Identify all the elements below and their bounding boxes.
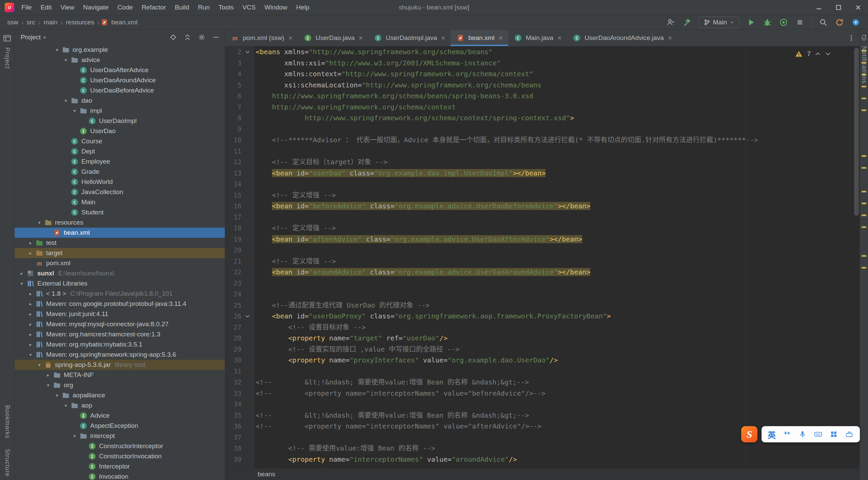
chevron-collapsed-icon[interactable]: ▸ — [26, 332, 35, 337]
code-line-17[interactable]: 17 — [225, 212, 860, 223]
ime-toolbox-icon[interactable] — [845, 430, 854, 439]
menu-help[interactable]: Help — [292, 0, 314, 15]
fold-marker-icon[interactable] — [241, 46, 254, 58]
intellij-logo-icon[interactable]: IJ — [5, 3, 14, 12]
warning-stripe-mark[interactable] — [862, 62, 866, 64]
line-number[interactable]: 13 — [225, 168, 241, 179]
sogou-logo-icon[interactable]: S — [741, 426, 757, 442]
line-number[interactable]: 39 — [225, 454, 241, 465]
line-number[interactable]: 27 — [225, 322, 241, 333]
tree-item-dao[interactable]: ▾dao — [15, 96, 225, 106]
next-problem-icon[interactable] — [825, 51, 831, 57]
tree-item-intercept[interactable]: ▾intercept — [15, 431, 225, 441]
tree-item-course[interactable]: CCourse — [15, 136, 225, 146]
inspection-widget[interactable]: 7 — [795, 50, 831, 58]
warning-stripe-mark[interactable] — [862, 203, 866, 204]
line-number[interactable]: 23 — [225, 278, 241, 289]
line-number[interactable]: 10 — [225, 134, 241, 146]
warning-stripe-mark[interactable] — [862, 74, 866, 76]
tab-close-icon[interactable]: × — [498, 34, 502, 42]
line-number[interactable]: 14 — [225, 179, 241, 190]
tab-close-icon[interactable]: × — [359, 34, 363, 42]
code-line-12[interactable]: 12 <!-- 定义目标（target）对象 --> — [225, 156, 860, 168]
tree-item-interceptor[interactable]: IInterceptor — [15, 461, 225, 472]
fold-marker-icon[interactable] — [241, 311, 254, 322]
code-line-32[interactable]: 32<!-- &lt;!&ndash; 需要使用value:增强 Bean 的名… — [225, 377, 860, 388]
chevron-expanded-icon[interactable]: ▾ — [26, 352, 35, 357]
code-line-22[interactable]: 22 <bean id="aroundAdvice" class="org.ex… — [225, 267, 860, 278]
previous-problem-icon[interactable] — [815, 51, 821, 57]
scrollbar-thumb[interactable] — [854, 48, 859, 216]
coverage-icon[interactable] — [779, 18, 788, 27]
line-number[interactable]: 33 — [225, 388, 241, 399]
tree-item-employee[interactable]: CEmployee — [15, 156, 225, 167]
line-number[interactable]: 18 — [225, 223, 241, 234]
close-button[interactable] — [848, 0, 868, 15]
tree-item-maven-org-hamcrest-hamcrest-core-1-3[interactable]: ▸Maven: org.hamcrest:hamcrest-core:1.3 — [15, 329, 225, 339]
line-number[interactable]: 24 — [225, 289, 241, 300]
menu-window[interactable]: Window — [260, 0, 292, 15]
line-number[interactable]: 21 — [225, 256, 241, 267]
menu-run[interactable]: Run — [194, 0, 214, 15]
tree-item-spring-aop-5-3-6-jar[interactable]: ▾spring-aop-5.3.6.jarlibrary root — [15, 360, 225, 370]
line-number[interactable]: 28 — [225, 333, 241, 344]
line-number[interactable]: 7 — [225, 102, 241, 113]
chevron-collapsed-icon[interactable]: ▸ — [26, 311, 35, 317]
search-icon[interactable] — [818, 18, 828, 27]
tab-options-icon[interactable] — [843, 30, 860, 46]
warning-stripe-mark[interactable] — [862, 86, 866, 87]
warning-stripe-mark[interactable] — [862, 98, 866, 99]
tree-item-aop[interactable]: ▾aop — [15, 400, 225, 411]
tree-item-1-8[interactable]: ▸< 1.8 >C:\Program Files\Java\jdk1.8.0_1… — [15, 289, 225, 299]
breadcrumb-tag-beans[interactable]: beans — [258, 471, 275, 478]
ime-punctuation-icon[interactable] — [783, 430, 791, 439]
code-line-28[interactable]: 28 <property name="target" ref="userDao"… — [225, 333, 860, 344]
line-number[interactable]: 36 — [225, 421, 241, 432]
chevron-collapsed-icon[interactable]: ▸ — [26, 321, 35, 327]
tree-item-maven-junit-junit-4-11[interactable]: ▸Maven: junit:junit:4.11 — [15, 309, 225, 319]
chevron-expanded-icon[interactable]: ▾ — [70, 433, 79, 439]
line-number[interactable]: 3 — [225, 58, 241, 69]
menu-refactor[interactable]: Refactor — [137, 0, 171, 15]
chevron-expanded-icon[interactable]: ▾ — [53, 47, 61, 53]
tab-bean-xml[interactable]: bean.xml× — [451, 30, 508, 46]
tree-item-constructorinvocation[interactable]: IConstructorInvocation — [15, 451, 225, 461]
chevron-collapsed-icon[interactable]: ▸ — [26, 291, 35, 296]
warning-stripe-mark[interactable] — [862, 50, 866, 52]
line-number[interactable]: 38 — [225, 443, 241, 454]
tree-item-advice[interactable]: IAdvice — [15, 411, 225, 421]
line-number[interactable]: 11 — [225, 146, 241, 157]
code-line-19[interactable]: 19 <bean id="afterAdvice" class="org.exa… — [225, 234, 860, 245]
line-number[interactable]: 19 — [225, 234, 241, 245]
breadcrumb-item-bean-xml[interactable]: bean.xml — [109, 19, 140, 26]
chevron-collapsed-icon[interactable]: ▸ — [26, 342, 35, 347]
tree-item-student[interactable]: CStudent — [15, 207, 225, 217]
tree-item-helloworld[interactable]: CHelloWorld — [15, 177, 225, 187]
build-hammer-icon[interactable] — [682, 18, 692, 27]
tree-item-resources[interactable]: ▾resources — [15, 217, 225, 228]
chevron-collapsed-icon[interactable]: ▸ — [26, 250, 35, 256]
breadcrumb-item-src[interactable]: src — [24, 19, 37, 26]
menu-code[interactable]: Code — [113, 0, 137, 15]
line-number[interactable]: 34 — [225, 399, 241, 410]
line-number[interactable]: 31 — [225, 366, 241, 377]
chevron-collapsed-icon[interactable]: ▸ — [26, 301, 35, 307]
code-line-4[interactable]: 4 xmlns:context="http://www.springframew… — [225, 68, 860, 80]
collapse-all-icon[interactable] — [183, 33, 192, 41]
tab-close-icon[interactable]: × — [668, 34, 672, 42]
tree-item-dept[interactable]: CDept — [15, 146, 225, 156]
tree-item-sunxl[interactable]: ▸sunxlE:\learn\sunxl\sunxl — [15, 268, 225, 278]
chevron-expanded-icon[interactable]: ▾ — [44, 382, 53, 388]
warning-stripe-mark[interactable] — [862, 214, 866, 216]
code-line-7[interactable]: 7 http://www.springframework.org/schema/… — [225, 102, 860, 113]
tree-item-userdaoafteradvice[interactable]: CUserDaoAfterAdvice — [15, 65, 225, 75]
tree-item-invocation[interactable]: IInvocation — [15, 472, 225, 480]
warning-stripe-mark[interactable] — [862, 267, 866, 269]
chevron-expanded-icon[interactable]: ▾ — [61, 403, 70, 408]
project-view-dropdown[interactable]: Project ▾ — [21, 34, 46, 41]
code-line-35[interactable]: 35<!-- &lt;!&ndash; 需要使用value:增强 Bean 的名… — [225, 410, 860, 421]
warning-stripe-mark[interactable] — [862, 167, 866, 169]
line-number[interactable]: 15 — [225, 190, 241, 201]
project-tool-icon[interactable] — [3, 34, 12, 43]
user-dropdown-icon[interactable] — [666, 18, 675, 27]
